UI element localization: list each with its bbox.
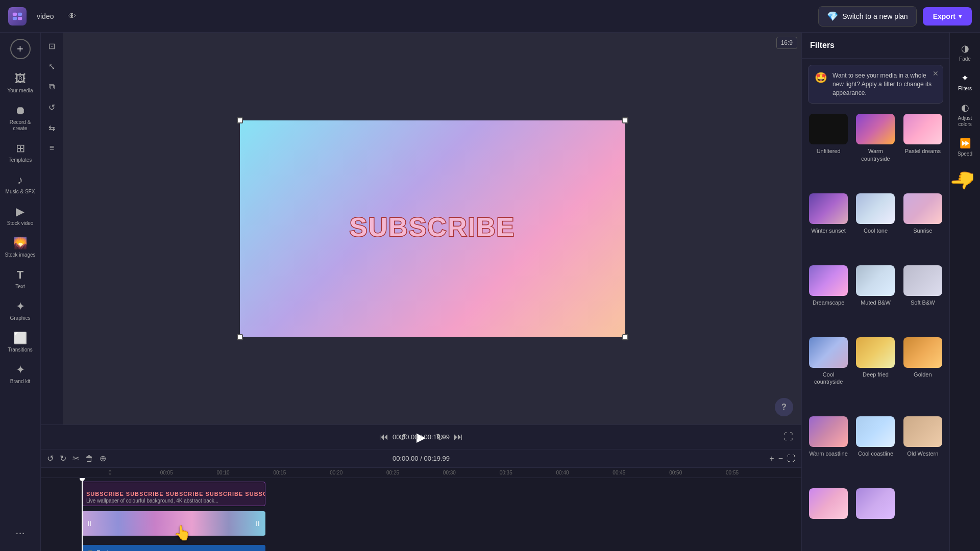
cut-button[interactable]: ✂ [72, 454, 79, 463]
filter-item-cool-countryside[interactable]: Cool countryside [808, 337, 849, 410]
filter-item-winter-sunset[interactable]: Winter sunset [808, 193, 849, 259]
music-sfx-label: Music & SFX [6, 189, 35, 195]
record-create-icon: ⏺ [15, 104, 26, 117]
transitions-icon: ⬜ [13, 332, 27, 345]
filter-item-warm-coastline[interactable]: Warm coastline [808, 416, 849, 482]
filter-thumb-deep-fried [856, 337, 895, 368]
rail-item-adjust-colors[interactable]: ◐ Adjust colors [952, 98, 978, 132]
align-tool[interactable]: ≡ [43, 139, 61, 157]
templates-icon: ⊞ [16, 142, 25, 155]
filter-item-soft-bw[interactable]: Soft B&W [902, 265, 943, 331]
svg-rect-2 [13, 16, 17, 19]
sidebar-item-graphics[interactable]: ✦ Graphics [0, 295, 41, 327]
eye-icon[interactable]: 👁 [64, 8, 80, 24]
add-button[interactable]: + [10, 39, 31, 59]
templates-label: Templates [9, 157, 32, 163]
track-pause-right[interactable]: ⏸ [254, 519, 261, 528]
main-layout: + 🖼 Your media ⏺ Record & create ⊞ Templ… [0, 33, 980, 551]
icon-rail: ◑ Fade ✦ Filters ◐ Adjust colors ⏩ Speed… [949, 33, 980, 551]
music-sfx-icon: ♪ [17, 173, 23, 187]
corner-handle-tl[interactable] [237, 117, 243, 123]
skip-forward-button[interactable]: ⏭ [454, 432, 463, 442]
filter-thumb-cool-coastline [856, 416, 895, 447]
filter-item-sunrise[interactable]: Sunrise [902, 193, 943, 259]
zoom-out-button[interactable]: − [778, 454, 783, 463]
track-pause-left[interactable]: ⏸ [86, 519, 93, 528]
filter-label-deep-fried: Deep fried [863, 371, 889, 378]
svg-rect-3 [18, 16, 22, 19]
filter-item-pastel-dreams[interactable]: Pastel dreams [902, 114, 943, 187]
flip-tool[interactable]: ⇆ [43, 118, 61, 137]
filter-item-cool-coastline[interactable]: Cool coastline [855, 416, 896, 482]
sidebar-item-stock-video[interactable]: ▶ Stock video [0, 200, 41, 232]
zoom-in-button[interactable]: + [769, 454, 774, 463]
canvas-wrapper: ⊡ ⤡ ⧉ ↺ ⇆ ≡ SUBSCRIBE 16:9 [41, 33, 801, 424]
rail-item-fade[interactable]: ◑ Fade [952, 39, 978, 66]
rail-item-speed[interactable]: ⏩ Speed [952, 134, 978, 161]
fullscreen-button[interactable]: ⛶ [784, 432, 793, 442]
undo-button[interactable]: ↺ [47, 454, 54, 463]
switch-plan-label: Switch to a new plan [842, 12, 908, 20]
switch-plan-button[interactable]: 💎 Switch to a new plan [818, 6, 916, 27]
redo-button[interactable]: ↻ [60, 454, 66, 463]
svg-rect-1 [18, 12, 22, 15]
canvas-frame[interactable]: SUBSCRIBE [240, 120, 625, 337]
duplicate-tool[interactable]: ⧉ [43, 78, 61, 96]
sidebar-item-transitions[interactable]: ⬜ Transitions [0, 327, 41, 358]
add-to-timeline-button[interactable]: ⊕ [100, 454, 106, 463]
filters-panel: Filters 🤩 Want to see your media in a wh… [801, 33, 949, 551]
filter-thumb-muted-bw [856, 265, 895, 296]
canvas-tools: ⊡ ⤡ ⧉ ↺ ⇆ ≡ [41, 33, 63, 424]
corner-handle-br[interactable] [622, 334, 628, 340]
sidebar-item-brand-kit[interactable]: ✦ Brand kit [0, 358, 41, 390]
topbar: video 👁 💎 Switch to a new plan Export ▾ [0, 0, 980, 33]
sidebar-item-more[interactable]: ··· [0, 521, 41, 545]
adjust-colors-icon: ◐ [961, 102, 969, 113]
filter-item-row5b[interactable] [855, 488, 896, 547]
tooltip-close-button[interactable]: ✕ [933, 69, 939, 78]
sidebar-item-stock-images[interactable]: 🌄 Stock images [0, 232, 41, 263]
filter-label-dreamscape: Dreamscape [813, 299, 844, 306]
ruler-mark: 00:25 [364, 470, 421, 475]
export-button[interactable]: Export ▾ [923, 7, 972, 26]
rail-item-filters[interactable]: ✦ Filters [952, 68, 978, 96]
filter-item-warm-countryside[interactable]: Warm countryside [855, 114, 896, 187]
track-row-video: ⏸ ⏸ 👆 [82, 510, 801, 537]
sidebar-item-music-sfx[interactable]: ♪ Music & SFX [0, 168, 41, 200]
audio-track[interactable]: 🎵 Feel [82, 545, 265, 551]
sidebar-item-record-create[interactable]: ⏺ Record & create [0, 99, 41, 137]
filter-item-old-western[interactable]: Old Western [902, 416, 943, 482]
filter-item-unfiltered[interactable]: Unfiltered [808, 114, 849, 187]
filter-item-muted-bw[interactable]: Muted B&W [855, 265, 896, 331]
corner-handle-tr[interactable] [622, 117, 628, 123]
filter-item-cool-tone[interactable]: Cool tone [855, 193, 896, 259]
subscribe-track[interactable]: SUBSCRIBE SUBSCRIBE SUBSCRIBE SUBSCRIBE … [82, 482, 265, 506]
filter-label-sunrise: Sunrise [913, 227, 932, 234]
corner-handle-bl[interactable] [237, 334, 243, 340]
expand-timeline-button[interactable]: ⛶ [787, 454, 795, 463]
sidebar-item-text[interactable]: T Text [0, 263, 41, 295]
filter-item-dreamscape[interactable]: Dreamscape [808, 265, 849, 331]
delete-button[interactable]: 🗑 [85, 454, 93, 463]
sidebar-item-your-media[interactable]: 🖼 Your media [0, 67, 41, 99]
fade-icon: ◑ [961, 43, 969, 54]
record-create-label: Record & create [2, 119, 39, 132]
filter-thumb-warm-coastline [809, 416, 848, 447]
your-media-label: Your media [7, 88, 33, 94]
skip-back-button[interactable]: ⏮ [379, 432, 388, 442]
ruler-mark: 00:35 [478, 470, 534, 475]
stock-images-label: Stock images [5, 252, 35, 258]
canvas-area: ⊡ ⤡ ⧉ ↺ ⇆ ≡ SUBSCRIBE 16:9 [41, 33, 801, 449]
crop-tool[interactable]: ⊡ [43, 37, 61, 55]
timeline-ruler: 0 00:05 00:10 00:15 00:20 00:25 00:30 00… [41, 468, 801, 478]
filter-item-deep-fried[interactable]: Deep fried [855, 337, 896, 410]
filters-label: Filters [958, 86, 972, 92]
filter-item-golden[interactable]: Golden [902, 337, 943, 410]
sidebar-item-templates[interactable]: ⊞ Templates [0, 137, 41, 168]
red-arrow-pointer: 👉 [950, 167, 975, 191]
filters-icon: ✦ [961, 72, 969, 84]
filter-item-row5a[interactable] [808, 488, 849, 547]
help-button[interactable]: ? [775, 398, 793, 416]
rotate-tool[interactable]: ↺ [43, 98, 61, 116]
resize-tool[interactable]: ⤡ [43, 57, 61, 76]
